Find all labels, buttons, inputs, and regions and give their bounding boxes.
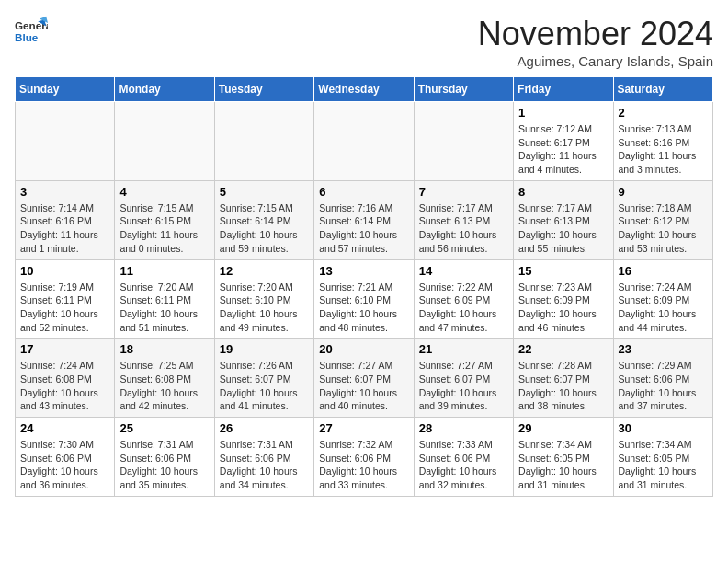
weekday-header-friday: Friday — [514, 77, 613, 102]
calendar-table: SundayMondayTuesdayWednesdayThursdayFrid… — [15, 76, 713, 497]
day-number: 23 — [619, 342, 708, 356]
day-number: 8 — [518, 185, 608, 199]
calendar-day-1: 1Sunrise: 7:12 AMSunset: 6:17 PMDaylight… — [514, 102, 613, 181]
day-number: 6 — [319, 185, 408, 199]
day-number: 29 — [518, 421, 608, 435]
calendar-day-7: 7Sunrise: 7:17 AMSunset: 6:13 PMDaylight… — [414, 180, 513, 259]
day-number: 5 — [220, 185, 309, 199]
weekday-header-saturday: Saturday — [613, 77, 712, 102]
calendar-day-28: 28Sunrise: 7:33 AMSunset: 6:06 PMDayligh… — [414, 418, 513, 497]
day-number: 20 — [319, 342, 408, 356]
logo: General Blue — [15, 15, 50, 48]
page-header: General Blue November 2024 Aguimes, Cana… — [15, 15, 713, 69]
day-number: 28 — [419, 421, 508, 435]
calendar-day-22: 22Sunrise: 7:28 AMSunset: 6:07 PMDayligh… — [514, 339, 613, 418]
day-info: Sunrise: 7:23 AMSunset: 6:09 PMDaylight:… — [518, 281, 608, 335]
day-number: 18 — [119, 342, 209, 356]
day-number: 16 — [619, 264, 708, 278]
calendar-day-30: 30Sunrise: 7:34 AMSunset: 6:05 PMDayligh… — [613, 418, 712, 497]
calendar-day-15: 15Sunrise: 7:23 AMSunset: 6:09 PMDayligh… — [514, 259, 613, 339]
day-number: 10 — [20, 264, 109, 278]
day-info: Sunrise: 7:14 AMSunset: 6:16 PMDaylight:… — [20, 201, 109, 256]
day-number: 19 — [220, 342, 309, 356]
calendar-day-2: 2Sunrise: 7:13 AMSunset: 6:16 PMDaylight… — [613, 102, 712, 181]
day-info: Sunrise: 7:17 AMSunset: 6:13 PMDaylight:… — [419, 201, 508, 256]
calendar-day-16: 16Sunrise: 7:24 AMSunset: 6:09 PMDayligh… — [613, 259, 712, 339]
day-info: Sunrise: 7:31 AMSunset: 6:06 PMDaylight:… — [220, 438, 309, 492]
day-number: 30 — [619, 421, 708, 435]
day-number: 4 — [119, 185, 209, 199]
day-info: Sunrise: 7:26 AMSunset: 6:07 PMDaylight:… — [220, 359, 309, 413]
day-number: 17 — [20, 342, 109, 356]
calendar-day-19: 19Sunrise: 7:26 AMSunset: 6:07 PMDayligh… — [214, 339, 313, 418]
day-number: 7 — [419, 185, 508, 199]
weekday-header-sunday: Sunday — [16, 77, 115, 102]
location-title: Aguimes, Canary Islands, Spain — [478, 53, 713, 69]
calendar-day-27: 27Sunrise: 7:32 AMSunset: 6:06 PMDayligh… — [314, 418, 414, 497]
calendar-day-26: 26Sunrise: 7:31 AMSunset: 6:06 PMDayligh… — [214, 418, 313, 497]
day-number: 15 — [518, 264, 608, 278]
calendar-week-row: 10Sunrise: 7:19 AMSunset: 6:11 PMDayligh… — [16, 259, 713, 339]
calendar-week-row: 24Sunrise: 7:30 AMSunset: 6:06 PMDayligh… — [16, 418, 713, 497]
day-info: Sunrise: 7:12 AMSunset: 6:17 PMDaylight:… — [518, 122, 608, 177]
weekday-header-wednesday: Wednesday — [314, 77, 414, 102]
day-info: Sunrise: 7:24 AMSunset: 6:08 PMDaylight:… — [20, 359, 109, 413]
day-info: Sunrise: 7:34 AMSunset: 6:05 PMDaylight:… — [518, 438, 608, 492]
day-number: 24 — [20, 421, 109, 435]
day-number: 3 — [20, 185, 109, 199]
day-info: Sunrise: 7:20 AMSunset: 6:11 PMDaylight:… — [119, 281, 209, 335]
day-info: Sunrise: 7:22 AMSunset: 6:09 PMDaylight:… — [419, 281, 508, 335]
calendar-day-empty — [314, 102, 414, 181]
day-info: Sunrise: 7:13 AMSunset: 6:16 PMDaylight:… — [619, 122, 708, 177]
calendar-day-6: 6Sunrise: 7:16 AMSunset: 6:14 PMDaylight… — [314, 180, 414, 259]
day-number: 26 — [220, 421, 309, 435]
day-number: 12 — [220, 264, 309, 278]
month-title: November 2024 — [478, 15, 713, 53]
calendar-week-row: 1Sunrise: 7:12 AMSunset: 6:17 PMDaylight… — [16, 102, 713, 181]
calendar-day-9: 9Sunrise: 7:18 AMSunset: 6:12 PMDaylight… — [613, 180, 712, 259]
day-info: Sunrise: 7:24 AMSunset: 6:09 PMDaylight:… — [619, 281, 708, 335]
calendar-day-empty — [414, 102, 513, 181]
calendar-day-13: 13Sunrise: 7:21 AMSunset: 6:10 PMDayligh… — [314, 259, 414, 339]
day-number: 21 — [419, 342, 508, 356]
weekday-header-tuesday: Tuesday — [214, 77, 313, 102]
calendar-day-25: 25Sunrise: 7:31 AMSunset: 6:06 PMDayligh… — [115, 418, 214, 497]
weekday-header-monday: Monday — [115, 77, 214, 102]
calendar-day-empty — [16, 102, 115, 181]
day-number: 11 — [119, 264, 209, 278]
calendar-day-empty — [115, 102, 214, 181]
calendar-day-4: 4Sunrise: 7:15 AMSunset: 6:15 PMDaylight… — [115, 180, 214, 259]
day-info: Sunrise: 7:21 AMSunset: 6:10 PMDaylight:… — [319, 281, 408, 335]
weekday-header-row: SundayMondayTuesdayWednesdayThursdayFrid… — [16, 77, 713, 102]
day-info: Sunrise: 7:20 AMSunset: 6:10 PMDaylight:… — [220, 281, 309, 335]
day-info: Sunrise: 7:29 AMSunset: 6:06 PMDaylight:… — [619, 359, 708, 413]
day-info: Sunrise: 7:33 AMSunset: 6:06 PMDaylight:… — [419, 438, 508, 492]
day-info: Sunrise: 7:16 AMSunset: 6:14 PMDaylight:… — [319, 201, 408, 256]
title-block: November 2024 Aguimes, Canary Islands, S… — [478, 15, 713, 69]
calendar-day-empty — [214, 102, 313, 181]
calendar-day-29: 29Sunrise: 7:34 AMSunset: 6:05 PMDayligh… — [514, 418, 613, 497]
calendar-week-row: 3Sunrise: 7:14 AMSunset: 6:16 PMDaylight… — [16, 180, 713, 259]
day-info: Sunrise: 7:31 AMSunset: 6:06 PMDaylight:… — [119, 438, 209, 492]
day-number: 14 — [419, 264, 508, 278]
calendar-week-row: 17Sunrise: 7:24 AMSunset: 6:08 PMDayligh… — [16, 339, 713, 418]
day-number: 1 — [518, 106, 608, 120]
day-number: 13 — [319, 264, 408, 278]
day-info: Sunrise: 7:30 AMSunset: 6:06 PMDaylight:… — [20, 438, 109, 492]
calendar-day-24: 24Sunrise: 7:30 AMSunset: 6:06 PMDayligh… — [16, 418, 115, 497]
calendar-day-8: 8Sunrise: 7:17 AMSunset: 6:13 PMDaylight… — [514, 180, 613, 259]
calendar-day-20: 20Sunrise: 7:27 AMSunset: 6:07 PMDayligh… — [314, 339, 414, 418]
day-info: Sunrise: 7:27 AMSunset: 6:07 PMDaylight:… — [319, 359, 408, 413]
day-number: 27 — [319, 421, 408, 435]
day-info: Sunrise: 7:15 AMSunset: 6:15 PMDaylight:… — [119, 201, 209, 256]
day-info: Sunrise: 7:32 AMSunset: 6:06 PMDaylight:… — [319, 438, 408, 492]
calendar-day-3: 3Sunrise: 7:14 AMSunset: 6:16 PMDaylight… — [16, 180, 115, 259]
weekday-header-thursday: Thursday — [414, 77, 513, 102]
day-info: Sunrise: 7:25 AMSunset: 6:08 PMDaylight:… — [119, 359, 209, 413]
day-info: Sunrise: 7:27 AMSunset: 6:07 PMDaylight:… — [419, 359, 508, 413]
day-info: Sunrise: 7:28 AMSunset: 6:07 PMDaylight:… — [518, 359, 608, 413]
day-number: 9 — [619, 185, 708, 199]
day-info: Sunrise: 7:34 AMSunset: 6:05 PMDaylight:… — [619, 438, 708, 492]
day-info: Sunrise: 7:17 AMSunset: 6:13 PMDaylight:… — [518, 201, 608, 256]
calendar-day-5: 5Sunrise: 7:15 AMSunset: 6:14 PMDaylight… — [214, 180, 313, 259]
